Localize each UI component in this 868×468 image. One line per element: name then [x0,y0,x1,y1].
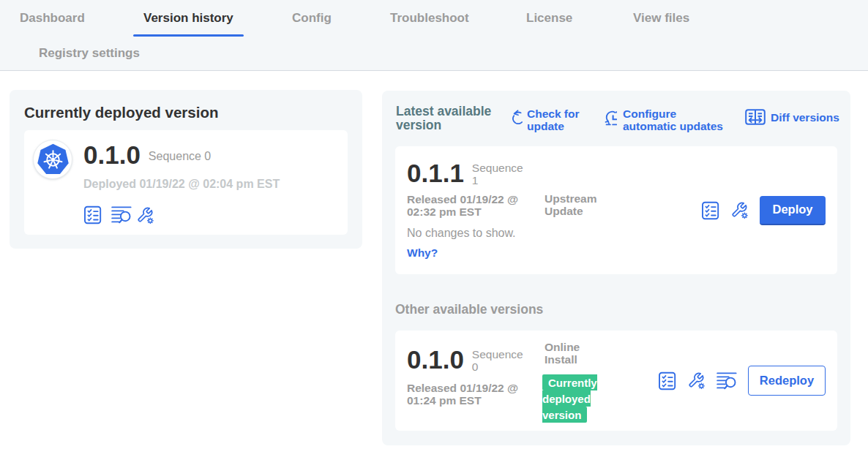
tab-label: Troubleshoot [390,11,469,25]
version-history-page: Currently deployed version 0.1.0 Sequenc… [0,71,868,467]
configure-updates-link[interactable]: Configure automatic updates [605,107,730,132]
tab-label: View files [633,11,689,25]
edit-config-icon[interactable] [687,371,706,390]
other-version-card: 0.1.0 Sequence 0 Released 01/19/22 @ 01:… [395,331,837,431]
update-arrow-icon [512,109,523,125]
tab-version-history[interactable]: Version history [133,0,244,37]
currently-deployed-badge: Currently deployed version [542,374,604,423]
latest-released-timestamp: Released 01/19/22 @ 02:32 pm EST [407,193,528,218]
deploy-logs-icon[interactable] [111,205,132,224]
deployed-timestamp: Deployed 01/19/22 @ 02:04 pm EST [83,176,280,192]
tab-view-files[interactable]: View files [623,0,700,37]
diff-versions-link[interactable]: Diff versions [745,107,839,125]
deployed-panel-title: Currently deployed version [24,104,348,121]
available-versions-panel: Latest available version Check for updat… [382,91,850,445]
preflight-checks-icon[interactable] [83,205,102,224]
preflight-checks-icon[interactable] [658,371,676,390]
edit-config-icon[interactable] [136,206,154,224]
other-version-number: 0.1.0 [407,345,464,374]
other-version-source: Online Install [545,341,612,366]
schedule-update-icon [605,109,617,126]
app-icon [33,140,72,179]
deployed-version-number: 0.1.0 [83,140,141,170]
tab-registry-settings[interactable]: Registry settings [29,37,150,70]
latest-version-card: 0.1.1 Sequence 1 Released 01/19/22 @ 02:… [395,146,837,274]
tab-config[interactable]: Config [282,0,342,37]
no-changes-note: No changes to show. [407,227,545,239]
configure-updates-label: Configure automatic updates [623,107,730,132]
tab-label: Registry settings [39,46,140,60]
tab-label: Dashboard [20,11,85,25]
latest-version-source: Upstream Update [545,192,612,217]
preflight-checks-icon[interactable] [701,201,719,220]
check-for-update-link[interactable]: Check for update [512,107,585,132]
latest-version-number: 0.1.1 [407,159,464,188]
currently-deployed-badge-label: Currently deployed version [542,374,597,423]
other-released-timestamp: Released 01/19/22 @ 01:24 pm EST [407,382,528,407]
tab-license[interactable]: License [516,0,583,37]
deployed-version-card: 0.1.0 Sequence 0 Deployed 01/19/22 @ 02:… [24,130,348,235]
currently-deployed-panel: Currently deployed version 0.1.0 Sequenc… [10,90,362,249]
tab-label: Config [292,11,332,25]
tab-troubleshoot[interactable]: Troubleshoot [380,0,479,37]
latest-sequence-label: Sequence 1 [472,159,532,186]
deploy-button[interactable]: Deploy [760,196,826,225]
edit-config-icon[interactable] [730,201,749,219]
latest-available-title: Latest available version [396,105,506,132]
tab-dashboard[interactable]: Dashboard [10,0,95,37]
app-sub-nav: Dashboard Version history Config Trouble… [0,0,868,71]
redeploy-button[interactable]: Redeploy [748,366,826,396]
diff-columns-icon [745,109,766,125]
other-sequence-label: Sequence 0 [472,345,532,373]
kubernetes-icon [36,143,70,177]
check-for-update-label: Check for update [527,107,585,132]
tab-label: Version history [143,11,233,25]
tab-label: License [526,11,572,25]
deployed-sequence-label: Sequence 0 [149,140,211,162]
why-link[interactable]: Why? [407,246,545,259]
other-versions-title: Other available versions [395,301,837,318]
diff-versions-label: Diff versions [771,107,839,125]
deploy-logs-icon[interactable] [717,371,737,390]
